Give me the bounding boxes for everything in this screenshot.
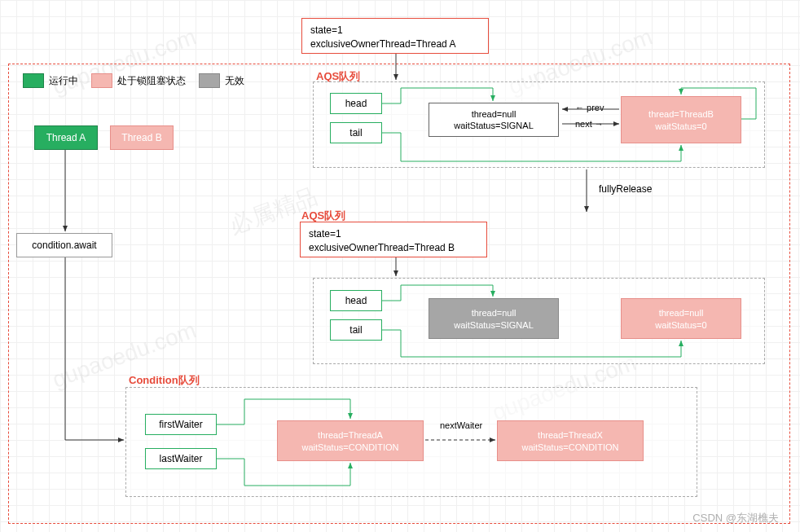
- aqs2-node2-l2: waitStatus=0: [622, 319, 741, 332]
- state2-line2: exclusiveOwnerThread=Thread B: [309, 241, 478, 255]
- cond-node2: thread=ThreadX waitStatus=CONDITION: [497, 420, 644, 461]
- condition-label: Condition队列: [129, 373, 200, 388]
- aqs2-node1-l1: thread=null: [429, 307, 558, 319]
- aqs1-node2-l1: thread=ThreadB: [622, 108, 741, 121]
- prev-label: ← prev: [575, 103, 604, 112]
- thread-a-box: Thread A: [34, 125, 98, 150]
- first-waiter: firstWaiter: [145, 414, 217, 435]
- state-box-top: state=1 exclusiveOwnerThread=Thread A: [301, 18, 489, 54]
- aqs1-node1-l2: waitStatus=SIGNAL: [429, 120, 558, 131]
- cond-node1: thread=ThreadA waitStatus=CONDITION: [277, 420, 424, 461]
- legend-blocked-swatch: [91, 73, 112, 88]
- fully-release-label: fullyRelease: [599, 183, 652, 195]
- aqs1-tail: tail: [330, 122, 382, 143]
- cond-node2-l1: thread=ThreadX: [498, 429, 643, 442]
- legend: 运行中 处于锁阻塞状态 无效: [23, 73, 253, 88]
- cond-node1-l1: thread=ThreadA: [278, 429, 423, 442]
- aqs1-node1-l1: thread=null: [429, 108, 558, 120]
- state-line2: exclusiveOwnerThread=Thread A: [310, 37, 480, 51]
- state-box-2: state=1 exclusiveOwnerThread=Thread B: [300, 222, 487, 257]
- legend-running-swatch: [23, 73, 44, 88]
- aqs1-node2: thread=ThreadB waitStatus=0: [621, 96, 741, 143]
- aqs2-node2-l1: thread=null: [622, 307, 741, 319]
- legend-running-label: 运行中: [49, 74, 78, 88]
- cond-node1-l2: waitStatus=CONDITION: [278, 442, 423, 454]
- legend-blocked-label: 处于锁阻塞状态: [117, 74, 186, 88]
- condition-await-box: condition.await: [16, 233, 112, 257]
- aqs1-node1: thread=null waitStatus=SIGNAL: [429, 103, 559, 137]
- aqs1-head: head: [330, 93, 382, 114]
- aqs2-node1: thread=null waitStatus=SIGNAL: [429, 298, 559, 339]
- aqs2-head: head: [330, 290, 382, 311]
- cond-node2-l2: waitStatus=CONDITION: [498, 442, 643, 454]
- next-waiter-label: nextWaiter: [440, 420, 482, 430]
- csdn-watermark: CSDN @东湖樵夫: [692, 511, 779, 525]
- aqs1-node2-l2: waitStatus=0: [622, 121, 741, 133]
- aqs2-tail: tail: [330, 319, 382, 341]
- aqs2-node2: thread=null waitStatus=0: [621, 298, 741, 339]
- last-waiter: lastWaiter: [145, 448, 217, 469]
- next-label: next →: [575, 119, 604, 129]
- legend-invalid-label: 无效: [225, 74, 244, 88]
- thread-b-box: Thread B: [110, 125, 174, 150]
- aqs2-node1-l2: waitStatus=SIGNAL: [429, 319, 558, 332]
- legend-invalid-swatch: [199, 73, 220, 88]
- state-line1: state=1: [310, 24, 480, 37]
- state2-line1: state=1: [309, 227, 478, 241]
